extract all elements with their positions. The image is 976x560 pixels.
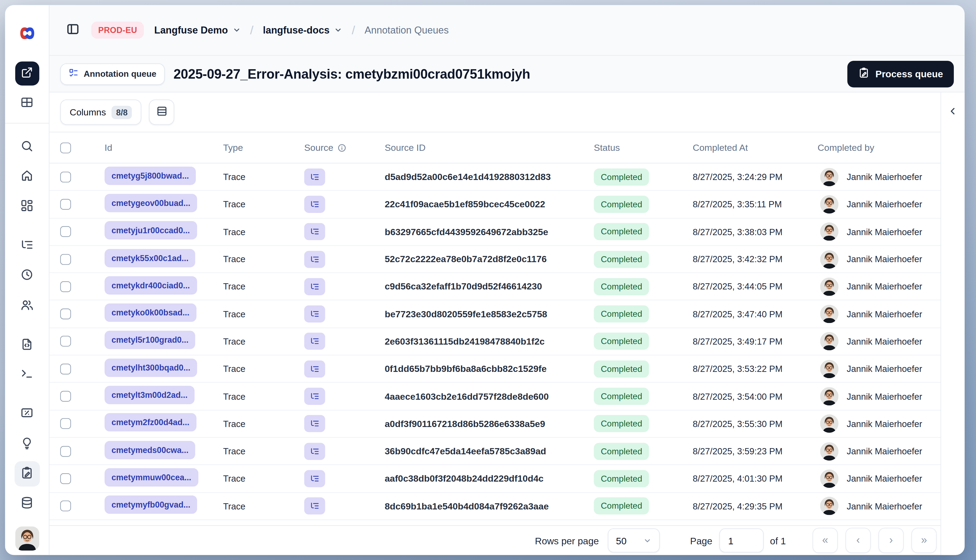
row-checkbox[interactable] xyxy=(60,363,71,374)
table-row[interactable]: cmetylht300bqad0... Trace 0f1dd65b7bb9bf… xyxy=(50,355,941,383)
item-id-badge[interactable]: cmetylt3m00d2ad... xyxy=(105,386,195,404)
collapse-panel-button[interactable] xyxy=(944,104,961,120)
sidebar-item-playground[interactable] xyxy=(14,362,40,387)
last-page-button[interactable]: » xyxy=(911,528,937,553)
columns-button[interactable]: Columns 8/8 xyxy=(60,100,142,125)
queue-type-chip: Annotation queue xyxy=(60,63,165,85)
table-row[interactable]: cmetyju1r00ccad0... Trace b63297665cfd44… xyxy=(50,218,941,246)
completed-by-avatar xyxy=(820,332,838,350)
sidebar-item-evaluation[interactable] xyxy=(14,401,40,427)
table-row[interactable]: cmetyg5j800bwad... Trace d5ad9d52a00c6e1… xyxy=(50,163,941,191)
trace-source-badge[interactable] xyxy=(304,498,325,515)
row-checkbox[interactable] xyxy=(60,473,71,484)
sidebar-item-tables[interactable] xyxy=(14,90,40,116)
row-checkbox[interactable] xyxy=(60,172,71,182)
table-row[interactable]: cmetykdr400ciad0... Trace c9d56ca32efaff… xyxy=(50,273,941,300)
info-icon[interactable] xyxy=(337,143,347,152)
sidebar-item-annotation-queues[interactable] xyxy=(14,462,40,487)
table-row[interactable]: cmetymyfb00gvad... Trace 8dc69b1ba1e540b… xyxy=(50,493,941,520)
table-row[interactable]: cmetymmuw00cea... Trace aaf0c38db0f3f204… xyxy=(50,465,941,492)
select-all-checkbox[interactable] xyxy=(60,142,71,153)
table-row[interactable]: cmetylt3m00d2ad... Trace 4aaece1603cb2e1… xyxy=(50,383,941,410)
table-row[interactable]: cmetygeov00buad... Trace 22c41f09acae5b1… xyxy=(50,191,941,218)
page-title: 2025-09-27_Error-Analysis: cmetybzmi00cr… xyxy=(174,66,530,82)
item-id-badge[interactable]: cmetymeds00cwa... xyxy=(105,441,195,459)
table-header-row: Id Type Source Source ID Status Complete… xyxy=(50,132,941,163)
chevron-down-icon[interactable] xyxy=(334,26,342,34)
trace-source-badge[interactable] xyxy=(304,223,325,240)
trace-source-badge[interactable] xyxy=(304,360,325,377)
row-checkbox[interactable] xyxy=(60,308,71,320)
trace-source-badge[interactable] xyxy=(304,470,325,487)
table-row[interactable]: cmetyk55x00c1ad... Trace 52c72c2222ea78e… xyxy=(50,246,941,273)
trace-source-badge[interactable] xyxy=(304,388,325,405)
trace-tree-icon xyxy=(310,392,319,401)
trace-source-badge[interactable] xyxy=(304,196,325,213)
item-id-badge[interactable]: cmetykdr400ciad0... xyxy=(105,276,197,295)
row-checkbox[interactable] xyxy=(60,199,71,210)
row-checkbox[interactable] xyxy=(60,281,71,292)
row-checkbox[interactable] xyxy=(60,446,71,457)
item-id-badge[interactable]: cmetym2fz00d4ad... xyxy=(105,413,197,432)
sidebar-item-users[interactable] xyxy=(14,293,40,318)
row-checkbox[interactable] xyxy=(60,500,71,512)
org-selector[interactable]: Langfuse Demo xyxy=(154,24,228,36)
trace-tree-icon xyxy=(310,502,319,511)
next-page-button[interactable]: › xyxy=(878,528,904,553)
item-id-badge[interactable]: cmetyko0k00bsad... xyxy=(105,303,197,322)
sidebar-item-search[interactable] xyxy=(14,134,40,160)
sidebar-toggle-button[interactable] xyxy=(62,19,84,41)
sidebar-item-sessions[interactable] xyxy=(14,263,40,288)
item-id-badge[interactable]: cmetyk55x00c1ad... xyxy=(105,248,195,267)
file-code-icon xyxy=(20,337,33,353)
process-queue-button[interactable]: Process queue xyxy=(848,60,954,87)
row-height-button[interactable] xyxy=(149,100,175,125)
user-avatar[interactable] xyxy=(15,527,39,550)
annotation-queue-icon xyxy=(68,68,79,80)
trace-source-badge[interactable] xyxy=(304,415,325,432)
item-id-badge[interactable]: cmetyg5j800bwad... xyxy=(105,167,196,185)
row-checkbox[interactable] xyxy=(60,226,71,237)
trace-source-badge[interactable] xyxy=(304,443,325,460)
breadcrumb-separator: / xyxy=(352,23,355,37)
sidebar-item-insights[interactable] xyxy=(14,432,40,457)
item-id-badge[interactable]: cmetylht300bqad0... xyxy=(105,358,197,377)
row-checkbox[interactable] xyxy=(60,254,71,265)
completed-by-avatar xyxy=(820,415,838,433)
trace-source-badge[interactable] xyxy=(304,278,325,295)
item-id-badge[interactable]: cmetymyfb00gvad... xyxy=(105,496,197,514)
table-row[interactable]: cmetyko0k00bsad... Trace be7723e30d80205… xyxy=(50,300,941,328)
row-checkbox[interactable] xyxy=(60,391,71,402)
first-page-button[interactable]: « xyxy=(812,528,838,553)
row-checkbox[interactable] xyxy=(60,418,71,429)
sidebar-item-prompts[interactable] xyxy=(14,333,40,358)
trace-source-badge[interactable] xyxy=(304,168,325,185)
table-row[interactable]: cmetymeds00cwa... Trace 36b90cdfc47e5da1… xyxy=(50,438,941,465)
sidebar-item-tracing[interactable] xyxy=(14,233,40,258)
type-label: Trace xyxy=(223,501,304,512)
table-row[interactable]: cmetym2fz00d4ad... Trace a0df3f901167218… xyxy=(50,410,941,438)
completed-by-name: Jannik Maierhoefer xyxy=(847,254,922,264)
item-id-badge[interactable]: cmetyl5r100grad0... xyxy=(105,331,195,350)
langfuse-logo[interactable] xyxy=(18,25,35,42)
item-id-badge[interactable]: cmetyju1r00ccad0... xyxy=(105,222,197,240)
item-id-badge[interactable]: cmetymmuw00cea... xyxy=(105,468,198,487)
open-external-button[interactable] xyxy=(15,62,39,85)
chevron-down-icon[interactable] xyxy=(232,26,240,34)
trace-source-badge[interactable] xyxy=(304,305,325,322)
rows-per-page-select[interactable]: 50 xyxy=(608,528,660,552)
previous-page-button[interactable]: ‹ xyxy=(846,528,871,553)
sidebar-item-home[interactable] xyxy=(14,163,40,189)
row-checkbox[interactable] xyxy=(60,336,71,347)
item-id-badge[interactable]: cmetygeov00buad... xyxy=(105,194,197,212)
completed-by-avatar xyxy=(820,195,838,213)
row-height-icon xyxy=(156,105,168,119)
trace-source-badge[interactable] xyxy=(304,250,325,268)
project-selector[interactable]: langfuse-docs xyxy=(263,24,330,36)
table-row[interactable]: cmetyl5r100grad0... Trace 2e603f31361115… xyxy=(50,328,941,355)
sidebar-item-dashboards[interactable] xyxy=(14,194,40,219)
page-number-input[interactable] xyxy=(719,528,764,552)
trace-source-badge[interactable] xyxy=(304,333,325,350)
sidebar-item-datasets[interactable] xyxy=(14,491,40,517)
breadcrumb-separator: / xyxy=(250,23,253,37)
